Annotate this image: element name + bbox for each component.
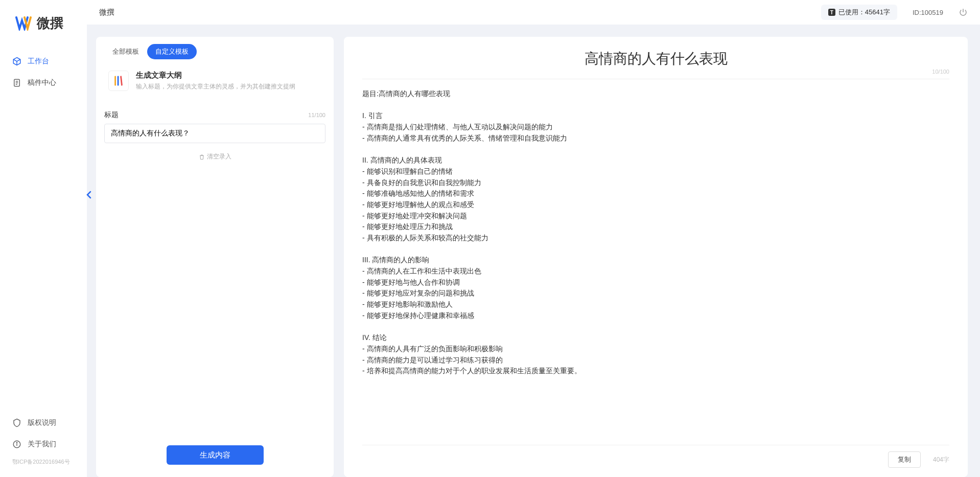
nav-label: 版权说明 — [28, 418, 56, 427]
usage-text: 已使用：45641字 — [838, 8, 890, 17]
sidebar: 微撰 工作台 稿件中心 版权说明 — [0, 0, 87, 477]
user-id: ID:100519 — [913, 9, 943, 16]
sidebar-collapse-handle[interactable] — [86, 189, 92, 200]
cube-icon — [12, 57, 21, 66]
tab-custom-templates[interactable]: 自定义模板 — [147, 44, 197, 59]
shield-icon — [12, 418, 21, 427]
brand-logo: 微撰 — [0, 0, 87, 51]
nav-workbench[interactable]: 工作台 — [0, 51, 87, 72]
nav-drafts[interactable]: 稿件中心 — [0, 72, 87, 94]
title-input[interactable] — [104, 124, 325, 143]
info-icon — [12, 440, 21, 449]
char-count: 404字 — [933, 456, 949, 464]
result-title[interactable]: 高情商的人有什么表现 — [362, 49, 949, 69]
page-title: 微撰 — [99, 8, 114, 17]
text-icon: T — [828, 9, 835, 16]
sidebar-bottom: 版权说明 关于我们 鄂ICP备2022016946号 — [0, 412, 87, 477]
template-tabs: 全部模板 自定义模板 — [96, 44, 334, 66]
template-card[interactable]: 生成文章大纲 输入标题，为你提供文章主体的灵感，并为其创建推文提纲 — [104, 66, 325, 98]
generate-button[interactable]: 生成内容 — [167, 445, 264, 465]
topbar: 微撰 T 已使用：45641字 ID:100519 — [87, 0, 980, 25]
document-icon — [12, 78, 21, 87]
nav-label: 工作台 — [28, 57, 49, 66]
template-outline-icon — [108, 71, 129, 91]
logo-icon — [15, 16, 33, 31]
clear-label: 清空录入 — [207, 152, 231, 161]
title-counter: 11/100 — [308, 112, 325, 118]
result-title-counter: 10/100 — [932, 69, 949, 75]
brand-name: 微撰 — [37, 14, 63, 32]
icp-text: 鄂ICP备2022016946号 — [0, 455, 87, 471]
copy-button[interactable]: 复制 — [888, 451, 921, 468]
svg-point-6 — [16, 442, 17, 443]
trash-icon — [199, 154, 205, 160]
power-icon[interactable] — [959, 8, 968, 17]
nav-copyright[interactable]: 版权说明 — [0, 412, 87, 434]
result-panel: 高情商的人有什么表现 10/100 题目:高情商的人有哪些表现 I. 引言 - … — [344, 37, 968, 477]
input-panel: 全部模板 自定义模板 生成文章大纲 输入标题，为你提供文章主体的灵感，并为其创建… — [96, 37, 334, 477]
primary-nav: 工作台 稿件中心 — [0, 51, 87, 412]
template-desc: 输入标题，为你提供文章主体的灵感，并为其创建推文提纲 — [136, 82, 295, 91]
template-title: 生成文章大纲 — [136, 71, 295, 80]
clear-input-button[interactable]: 清空录入 — [104, 143, 325, 161]
nav-label: 稿件中心 — [28, 78, 56, 87]
nav-about[interactable]: 关于我们 — [0, 434, 87, 455]
main-area: 微撰 T 已使用：45641字 ID:100519 全部模板 自定义模板 — [87, 0, 980, 477]
title-label: 标题 — [104, 110, 119, 120]
nav-label: 关于我们 — [28, 440, 56, 449]
usage-badge: T 已使用：45641字 — [821, 5, 897, 20]
tab-all-templates[interactable]: 全部模板 — [104, 44, 147, 59]
result-body[interactable]: 题目:高情商的人有哪些表现 I. 引言 - 高情商是指人们处理情绪、与他人互动以… — [362, 88, 949, 445]
